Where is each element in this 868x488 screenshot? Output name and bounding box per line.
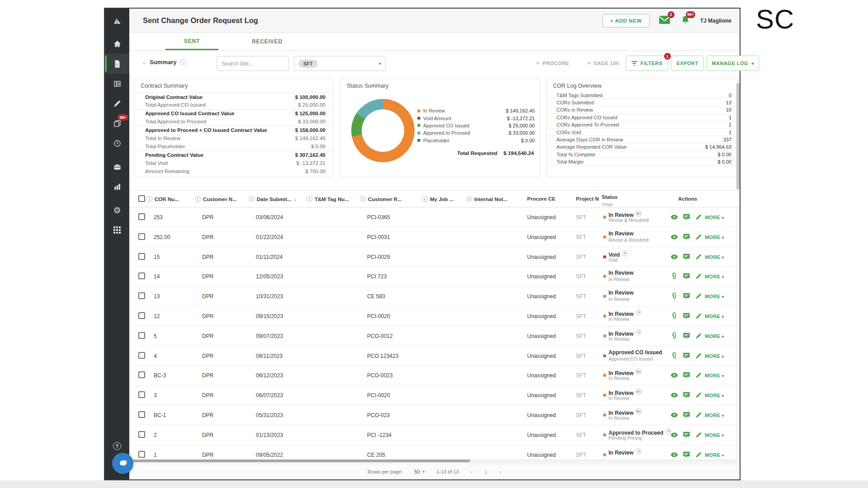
export-button[interactable]: EXPORT <box>671 56 704 71</box>
sidebar-item-settings[interactable]: ⚙ <box>105 200 129 220</box>
view-icon[interactable] <box>670 253 679 262</box>
user-name[interactable]: TJ Maglione <box>700 18 731 24</box>
row-checkbox[interactable] <box>138 332 145 340</box>
edit-icon[interactable] <box>694 292 703 301</box>
row-checkbox[interactable] <box>138 391 145 399</box>
row-checkbox[interactable] <box>138 352 145 360</box>
view-icon[interactable] <box>670 431 679 440</box>
row-checkbox[interactable] <box>138 272 145 281</box>
summary-collapse-toggle[interactable]: ⌄ Summary i <box>142 59 186 66</box>
notifications-button[interactable]: 99+ <box>679 15 691 27</box>
procore-sync-button[interactable]: +PROCORE <box>536 60 569 66</box>
edit-icon[interactable] <box>694 352 703 361</box>
col-cor-number[interactable]: iCOR Nu... <box>146 196 179 202</box>
edit-icon[interactable] <box>694 332 703 341</box>
row-checkbox[interactable] <box>138 431 145 439</box>
more-button[interactable]: MORE <box>705 353 724 359</box>
col-tm-tag[interactable]: iT&M Tag Nu... <box>307 196 349 202</box>
edit-icon[interactable] <box>694 391 703 400</box>
search-input[interactable] <box>217 56 289 71</box>
row-checkbox[interactable] <box>138 312 145 320</box>
edit-icon[interactable] <box>694 253 703 262</box>
comment-icon[interactable] <box>682 371 691 380</box>
prev-page-button[interactable]: ‹ <box>471 469 472 475</box>
more-button[interactable]: MORE <box>705 254 724 260</box>
horizontal-scrollbar[interactable] <box>129 459 736 463</box>
more-button[interactable]: MORE <box>705 373 724 378</box>
comment-icon[interactable] <box>682 233 691 242</box>
sidebar-item-log[interactable] <box>105 74 129 94</box>
edit-icon[interactable] <box>694 450 703 460</box>
edit-icon[interactable] <box>694 411 703 420</box>
row-checkbox[interactable] <box>138 451 145 459</box>
more-button[interactable]: MORE <box>705 432 724 438</box>
attachment-icon[interactable] <box>670 272 679 281</box>
more-button[interactable]: MORE <box>705 413 724 418</box>
col-procore-ce[interactable]: Procore CE <box>527 196 556 202</box>
sidebar-item-edit[interactable] <box>105 94 129 113</box>
more-button[interactable]: MORE <box>705 294 724 299</box>
comment-icon[interactable] <box>682 312 691 321</box>
view-icon[interactable] <box>670 213 679 222</box>
comment-icon[interactable] <box>682 253 691 262</box>
more-button[interactable]: MORE <box>705 215 724 220</box>
more-button[interactable]: MORE <box>705 235 724 240</box>
project-select[interactable]: SFT ▾ <box>294 56 386 71</box>
comment-icon[interactable] <box>682 213 691 222</box>
edit-icon[interactable] <box>694 233 703 242</box>
sage-sync-button[interactable]: +SAGE 100 <box>587 60 619 66</box>
row-checkbox[interactable] <box>138 233 145 241</box>
manage-log-button[interactable]: MANAGE LOG <box>707 56 759 71</box>
edit-icon[interactable] <box>694 272 703 281</box>
more-button[interactable]: MORE <box>705 393 724 398</box>
row-checkbox[interactable] <box>138 253 145 261</box>
more-button[interactable]: MORE <box>705 333 724 339</box>
comment-icon[interactable] <box>682 352 691 361</box>
more-button[interactable]: MORE <box>705 274 724 279</box>
col-internal-notes[interactable]: iInternal Not... <box>466 196 507 202</box>
horizontal-scrollbar-thumb[interactable] <box>133 460 470 462</box>
row-checkbox[interactable] <box>138 213 145 221</box>
tab-received[interactable]: RECEIVED <box>218 33 316 50</box>
tab-sent[interactable]: SENT <box>165 33 218 50</box>
more-button[interactable]: MORE <box>705 314 724 319</box>
view-icon[interactable] <box>670 371 679 380</box>
sidebar-item-change-orders[interactable] <box>105 54 129 74</box>
col-customer[interactable]: iCustomer N... <box>195 196 237 202</box>
edit-icon[interactable] <box>694 312 703 321</box>
messages-button[interactable]: 2 <box>659 15 670 27</box>
sidebar-item-copies[interactable]: 99+ <box>105 113 129 133</box>
col-my-job[interactable]: iMy Job ... <box>422 196 453 202</box>
comment-icon[interactable] <box>682 411 691 420</box>
view-icon[interactable] <box>670 391 679 400</box>
chat-button[interactable] <box>112 453 133 474</box>
view-icon[interactable] <box>670 450 679 460</box>
attachment-icon[interactable] <box>670 312 679 321</box>
row-checkbox[interactable] <box>138 371 145 380</box>
col-date-submitted[interactable]: iDate Submit...↓ <box>249 196 296 202</box>
view-icon[interactable] <box>670 411 679 420</box>
row-checkbox[interactable] <box>138 292 145 300</box>
add-new-button[interactable]: + ADD NEW <box>603 14 650 28</box>
comment-icon[interactable] <box>682 450 691 460</box>
sidebar-item-projects[interactable] <box>105 157 129 177</box>
sidebar-item-history[interactable] <box>105 133 129 153</box>
comment-icon[interactable] <box>682 332 691 341</box>
vertical-scrollbar-thumb[interactable] <box>736 83 740 189</box>
vertical-scrollbar[interactable] <box>736 79 740 463</box>
filters-button[interactable]: FILTERS 1 <box>626 56 668 71</box>
edit-icon[interactable] <box>694 371 703 380</box>
select-all-checkbox[interactable] <box>138 195 145 202</box>
col-project[interactable]: Project N <box>576 196 599 202</box>
sidebar-item-home[interactable] <box>105 34 129 54</box>
comment-icon[interactable] <box>682 431 691 440</box>
next-page-button[interactable]: › <box>499 469 501 475</box>
sidebar-item-apps[interactable] <box>105 220 129 240</box>
attachment-icon[interactable] <box>670 352 679 361</box>
sidebar-item-reports[interactable] <box>105 177 129 197</box>
col-status[interactable]: Status <box>602 194 618 200</box>
attachment-icon[interactable] <box>670 332 679 341</box>
more-button[interactable]: MORE <box>705 452 724 458</box>
comment-icon[interactable] <box>682 391 691 400</box>
col-customer-ref[interactable]: iCustomer R... <box>360 196 402 202</box>
